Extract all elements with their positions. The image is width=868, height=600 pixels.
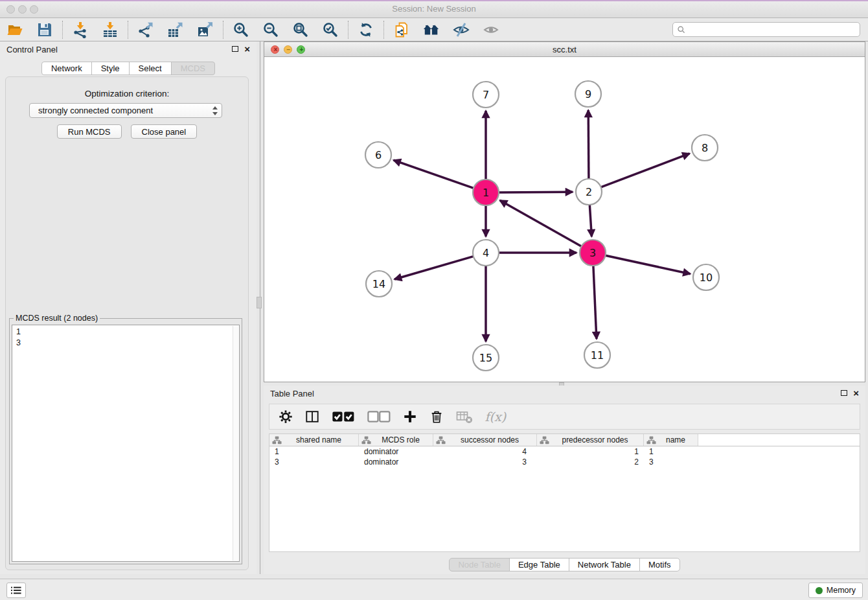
export-network-icon[interactable]	[137, 21, 154, 38]
svg-text:10: 10	[700, 271, 713, 284]
svg-text:7: 7	[483, 89, 489, 101]
graph-node-11[interactable]: 11	[584, 342, 610, 368]
import-table-icon[interactable]	[102, 21, 119, 38]
graph-edge-4-14[interactable]	[394, 257, 474, 279]
table-row[interactable]: 1dominator411	[269, 446, 860, 457]
gear-icon[interactable]	[279, 410, 293, 424]
select-all-icon[interactable]	[332, 410, 355, 424]
tab-motifs[interactable]: Motifs	[639, 558, 680, 571]
column-header-successor-nodes[interactable]: successor nodes	[433, 434, 537, 446]
tab-mcds[interactable]: MCDS	[171, 62, 215, 75]
table-cell: 1	[644, 446, 698, 457]
graph-node-4[interactable]: 4	[473, 240, 499, 266]
columns-icon[interactable]	[305, 410, 319, 424]
column-header-label: name	[656, 435, 695, 444]
main-toolbar	[0, 18, 868, 41]
graph-node-3[interactable]: 3	[580, 240, 606, 266]
save-icon[interactable]	[36, 21, 53, 38]
column-header-MCDS-role[interactable]: MCDS role	[359, 434, 433, 446]
search-box[interactable]	[672, 22, 860, 37]
add-icon[interactable]	[403, 410, 417, 424]
graph-edge-1-2[interactable]	[499, 192, 573, 192]
graph-node-6[interactable]: 6	[365, 142, 391, 168]
export-table-icon[interactable]	[167, 21, 184, 38]
import-network-icon[interactable]	[72, 21, 89, 38]
graph-edge-3-1[interactable]	[500, 200, 582, 246]
zoom-fit-icon[interactable]	[292, 21, 309, 38]
mcds-result-textarea[interactable]: 13	[12, 325, 240, 562]
window-title: Session: New Session	[0, 4, 868, 14]
home-icon[interactable]	[423, 21, 440, 38]
result-scrollbar[interactable]	[233, 326, 238, 560]
graph-edge-3-11[interactable]	[593, 266, 597, 339]
graph-node-15[interactable]: 15	[473, 345, 499, 371]
graph-node-1[interactable]: 1	[473, 179, 499, 205]
tab-network-table[interactable]: Network Table	[569, 558, 640, 571]
table-row[interactable]: 3dominator323	[269, 457, 860, 467]
clone-network-icon[interactable]	[393, 21, 410, 38]
graph-edge-2-3[interactable]	[589, 205, 591, 237]
eye-icon[interactable]	[483, 21, 499, 38]
graph-edge-3-10[interactable]	[606, 255, 691, 274]
table-cell: 3	[644, 457, 698, 467]
export-image-icon[interactable]	[197, 21, 214, 38]
table-header-row[interactable]: shared nameMCDS rolesuccessor nodesprede…	[269, 434, 860, 446]
graph-edge-2-9[interactable]	[588, 110, 589, 179]
tab-network[interactable]: Network	[41, 62, 92, 75]
svg-text:8: 8	[702, 142, 708, 154]
network-canvas[interactable]: 7968124314101511	[264, 57, 865, 382]
task-history-button[interactable]	[6, 583, 26, 598]
close-panel-button[interactable]: Close panel	[131, 124, 198, 139]
column-header-label: successor nodes	[446, 435, 534, 444]
memory-button[interactable]: Memory	[808, 583, 863, 598]
tab-style[interactable]: Style	[91, 62, 130, 75]
table-cell: 3	[269, 457, 359, 467]
graph-node-9[interactable]: 9	[575, 81, 601, 107]
criterion-select[interactable]: strongly connected component	[29, 103, 222, 118]
function-builder-label: f(x)	[485, 410, 507, 424]
hide-details-icon[interactable]	[453, 21, 470, 38]
zoom-in-icon[interactable]	[233, 21, 249, 38]
toolbar-separator	[128, 21, 128, 39]
vertical-splitter-handle[interactable]	[257, 297, 262, 308]
tab-edge-table[interactable]: Edge Table	[509, 558, 569, 571]
svg-text:9: 9	[585, 88, 591, 100]
svg-text:11: 11	[591, 349, 604, 362]
graph-edge-1-6[interactable]	[394, 160, 474, 188]
main-titlebar: × − + Session: New Session	[0, 0, 868, 18]
network-window-titlebar[interactable]: × − + scc.txt	[264, 42, 865, 57]
float-table-panel-icon[interactable]	[841, 390, 847, 396]
mcds-result-line: 3	[16, 338, 235, 349]
tab-node-table[interactable]: Node Table	[449, 558, 510, 571]
toolbar-separator	[383, 21, 384, 39]
table-panel-tabs: Node TableEdge TableNetwork TableMotifs	[264, 558, 865, 571]
column-header-name[interactable]: name	[644, 434, 698, 446]
close-panel-icon[interactable]: ×	[244, 43, 250, 55]
mcds-result-fieldset: MCDS result (2 nodes) 13	[9, 318, 242, 564]
float-panel-icon[interactable]	[232, 46, 238, 52]
tab-select[interactable]: Select	[129, 62, 172, 75]
deselect-all-icon[interactable]	[367, 410, 391, 424]
column-header-predecessor-nodes[interactable]: predecessor nodes	[537, 434, 644, 446]
zoom-selected-icon[interactable]	[322, 21, 339, 38]
column-header-shared-name[interactable]: shared name	[269, 434, 359, 446]
graph-node-14[interactable]: 14	[366, 271, 392, 297]
graph-node-8[interactable]: 8	[692, 135, 718, 161]
graph-node-2[interactable]: 2	[576, 179, 602, 205]
svg-text:3: 3	[589, 247, 596, 259]
graph-node-10[interactable]: 10	[693, 264, 719, 290]
graph-node-7[interactable]: 7	[473, 82, 499, 108]
zoom-out-icon[interactable]	[262, 21, 279, 38]
attribute-tree-icon	[361, 436, 371, 444]
network-graph[interactable]: 7968124314101511	[264, 57, 865, 382]
network-window-title: scc.txt	[264, 45, 865, 54]
delete-icon[interactable]	[429, 410, 444, 424]
search-input[interactable]	[689, 23, 856, 36]
close-table-panel-icon[interactable]: ×	[853, 387, 859, 399]
run-mcds-button[interactable]: Run MCDS	[57, 124, 122, 139]
table-cell: dominator	[359, 446, 433, 457]
graph-edge-2-8[interactable]	[601, 154, 690, 187]
refresh-icon[interactable]	[358, 21, 374, 38]
svg-text:15: 15	[479, 352, 492, 364]
open-icon[interactable]	[6, 21, 23, 38]
